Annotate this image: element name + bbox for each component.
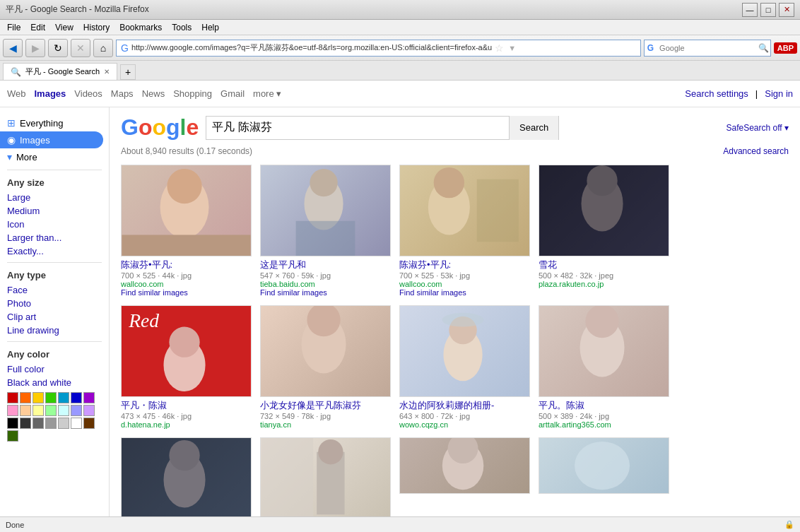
list-item[interactable]: Red 平凡・陈淑 473 × 475 · 46k · jpg d.hatena… <box>121 305 252 429</box>
list-item[interactable]: 小龙女好像是平凡陈淑芬 732 × 549 · 78k · jpg tianya… <box>260 305 391 429</box>
safesearch-toggle[interactable]: SafeSearch off ▾ <box>727 123 789 133</box>
list-item[interactable]: 平凡・陈淑 198 × 200 · 49k · jpg imagine.co.j… <box>121 437 252 516</box>
filter-exactly[interactable]: Exactly... <box>0 244 109 258</box>
image-thumbnail[interactable] <box>399 437 530 494</box>
image-source[interactable]: tieba.baidu.com <box>260 280 391 288</box>
swatch-lightyellow[interactable] <box>33 405 44 416</box>
find-similar-link[interactable]: Find similar images <box>121 288 252 297</box>
swatch-lavender[interactable] <box>83 405 95 416</box>
swatch-blue[interactable] <box>71 392 82 403</box>
filter-bw[interactable]: Black and white <box>0 376 109 389</box>
image-title[interactable]: 陈淑芬•平凡: <box>399 259 530 271</box>
search-button[interactable]: Search <box>509 116 558 140</box>
swatch-teal[interactable] <box>58 392 69 403</box>
image-thumbnail[interactable] <box>539 437 669 494</box>
bookmark-star-icon[interactable]: ☆ <box>492 41 507 55</box>
image-title[interactable]: 这是平凡和 <box>260 259 391 271</box>
list-item[interactable]: 雪花 500 × 482 · 32k · jpeg plaza.rakuten.… <box>539 165 669 297</box>
swatch-gray[interactable] <box>33 418 44 429</box>
image-thumbnail[interactable] <box>399 305 530 397</box>
swatch-darkgray[interactable] <box>20 418 31 429</box>
nav-maps[interactable]: Maps <box>111 88 134 99</box>
swatch-yellow[interactable] <box>33 392 44 403</box>
active-tab[interactable]: 🔍 平凡 - Google Search ✕ <box>3 63 117 80</box>
new-tab-button[interactable]: + <box>120 64 136 80</box>
image-thumbnail[interactable] <box>121 165 252 256</box>
image-thumbnail[interactable] <box>539 165 669 256</box>
image-thumbnail[interactable] <box>260 165 391 256</box>
image-source[interactable]: arttalk.arting365.com <box>539 420 669 429</box>
image-title[interactable]: 陈淑芬•平凡: <box>121 259 252 271</box>
filter-photo[interactable]: Photo <box>0 297 109 310</box>
list-item[interactable]: 陈淑芬•平凡: 700 × 525 · 53k · jpg wallcoo.co… <box>399 165 530 297</box>
swatch-darkgreen[interactable] <box>7 430 18 442</box>
browser-search-input[interactable] <box>657 44 755 52</box>
swatch-red[interactable] <box>7 392 18 403</box>
tab-close-button[interactable]: ✕ <box>104 68 110 76</box>
stop-button[interactable]: ✕ <box>71 39 90 57</box>
filter-face[interactable]: Face <box>0 283 109 297</box>
swatch-lightgreen[interactable] <box>45 405 57 416</box>
sign-in-link[interactable]: Sign in <box>765 88 793 99</box>
google-logo[interactable]: Google <box>121 114 199 141</box>
menu-item-view[interactable]: View <box>51 21 78 34</box>
image-source[interactable]: plaza.rakuten.co.jp <box>539 280 669 288</box>
browser-search-bar[interactable]: G 🔍 <box>644 40 771 57</box>
image-source[interactable]: wallcoo.com <box>121 280 252 288</box>
list-item[interactable]: 平凡。陈淑 500 × 389 · 24k · jpg arttalk.arti… <box>539 305 669 429</box>
swatch-peach[interactable] <box>20 405 31 416</box>
image-title[interactable]: 平凡。陈淑 <box>539 399 669 412</box>
menu-item-file[interactable]: File <box>3 21 25 34</box>
image-source[interactable]: d.hatena.ne.jp <box>121 420 252 429</box>
menu-item-help[interactable]: Help <box>197 21 223 34</box>
sidebar-item-images[interactable]: ◉ Images <box>0 131 103 148</box>
menu-item-edit[interactable]: Edit <box>26 21 49 34</box>
list-item[interactable]: 亚洲顶级画师平凡 450 × 337 · 72k · jpg gamespot.… <box>260 437 391 516</box>
nav-shopping[interactable]: Shopping <box>173 88 212 99</box>
maximize-button[interactable]: □ <box>760 3 776 17</box>
sidebar-item-more[interactable]: ▾ More <box>0 148 109 165</box>
swatch-green[interactable] <box>45 392 57 403</box>
forward-button[interactable]: ▶ <box>25 39 45 57</box>
nav-videos[interactable]: Videos <box>74 88 102 99</box>
filter-icon[interactable]: Icon <box>0 218 109 231</box>
swatch-pink[interactable] <box>7 405 18 416</box>
image-title[interactable]: 雪花 <box>539 259 669 271</box>
filter-clipart[interactable]: Clip art <box>0 310 109 324</box>
nav-more[interactable]: more ▾ <box>253 88 281 99</box>
find-similar-link[interactable]: Find similar images <box>260 288 391 297</box>
image-source[interactable]: tianya.cn <box>260 420 391 429</box>
swatch-brown[interactable] <box>83 418 95 429</box>
close-button[interactable]: ✕ <box>779 3 794 17</box>
image-thumbnail[interactable] <box>121 437 252 516</box>
filter-full-color[interactable]: Full color <box>0 362 109 376</box>
home-button[interactable]: ⌂ <box>93 39 113 57</box>
swatch-lightgray[interactable] <box>58 418 69 429</box>
minimize-button[interactable]: — <box>742 3 758 17</box>
swatch-lightcyan[interactable] <box>58 405 69 416</box>
nav-web[interactable]: Web <box>7 88 26 99</box>
nav-gmail[interactable]: Gmail <box>220 88 245 99</box>
image-thumbnail[interactable] <box>260 305 391 397</box>
swatch-black[interactable] <box>7 418 18 429</box>
back-button[interactable]: ◀ <box>3 39 23 57</box>
list-item[interactable] <box>399 437 530 516</box>
image-source[interactable]: wowo.cqzg.cn <box>399 420 530 429</box>
filter-line-drawing[interactable]: Line drawing <box>0 324 109 337</box>
swatch-orange[interactable] <box>20 392 31 403</box>
address-bar-text[interactable]: http://www.google.com/images?q=平凡陈淑芬&oe=… <box>131 42 492 53</box>
menu-item-tools[interactable]: Tools <box>167 21 196 34</box>
image-thumbnail[interactable] <box>399 165 530 256</box>
search-input[interactable] <box>206 122 509 134</box>
find-similar-link[interactable]: Find similar images <box>399 288 530 297</box>
image-title[interactable]: 水边的阿狄莉娜的相册- <box>399 399 530 412</box>
filter-larger-than[interactable]: Larger than... <box>0 231 109 244</box>
swatch-lightblue[interactable] <box>71 405 82 416</box>
image-title[interactable]: 小龙女好像是平凡陈淑芬 <box>260 399 391 412</box>
list-item[interactable]: 这是平凡和 547 × 760 · 59k · jpg tieba.baidu.… <box>260 165 391 297</box>
advanced-search-link[interactable]: Advanced search <box>723 146 789 156</box>
browser-search-icon[interactable]: 🔍 <box>755 43 772 53</box>
swatch-midgray[interactable] <box>45 418 57 429</box>
list-item[interactable]: 陈淑芬•平凡: 700 × 525 · 44k · jpg wallcoo.co… <box>121 165 252 297</box>
filter-large[interactable]: Large <box>0 191 109 204</box>
